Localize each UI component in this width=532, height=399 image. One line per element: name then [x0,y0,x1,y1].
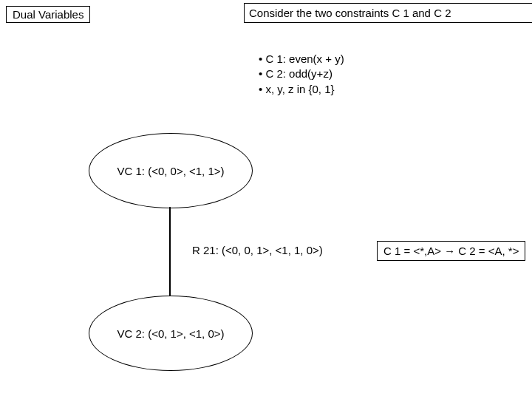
title-box: Dual Variables [6,6,90,23]
constraints-list: • C 1: even(x + y) • C 2: odd(y+z) • x, … [259,52,344,97]
constraint-mapping-box: C 1 = <*,A> → C 2 = <A, *> [377,241,525,261]
node-vc1: VC 1: (<0, 0>, <1, 1>) [89,133,253,208]
diagram-stage: Dual Variables Consider the two constrai… [0,0,532,399]
mapping-right: C 2 = <A, *> [458,245,519,257]
constraints-heading-box: Consider the two constraints C 1 and C 2 [244,3,532,23]
edge-label-r21-text: R 21: (<0, 0, 1>, <1, 1, 0>) [192,244,323,256]
domain-xyz: • x, y, z in {0, 1} [259,82,344,97]
node-vc1-label: VC 1: (<0, 0>, <1, 1>) [117,165,224,177]
node-vc2-label: VC 2: (<0, 1>, <1, 0>) [117,327,224,340]
constraints-heading-text: Consider the two constraints C 1 and C 2 [249,7,451,19]
mapping-left: C 1 = <*,A> [383,245,441,257]
constraint-c2: • C 2: odd(y+z) [259,66,344,81]
edge-vc1-vc2 [169,207,171,296]
constraint-c1: • C 1: even(x + y) [259,52,344,66]
title-text: Dual Variables [13,8,83,21]
arrow-icon: → [444,245,455,257]
edge-label-r21: R 21: (<0, 0, 1>, <1, 1, 0>) [192,244,323,256]
node-vc2: VC 2: (<0, 1>, <1, 0>) [89,296,253,371]
